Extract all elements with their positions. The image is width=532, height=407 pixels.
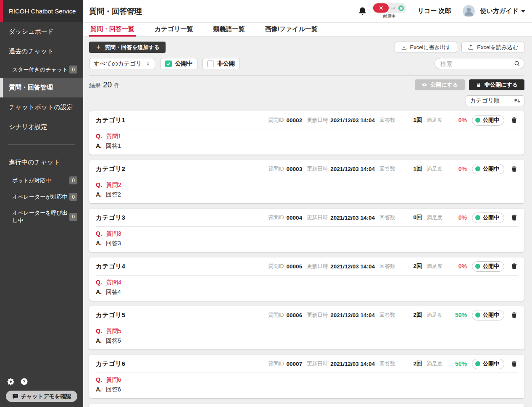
avatar[interactable]: [463, 5, 475, 17]
qa-card[interactable]: カテゴリ6 質問ID 00007 更新日時 2021/12/03 14:04 回…: [89, 355, 524, 398]
plus-icon: ＋: [95, 43, 102, 52]
chat-demo-button[interactable]: チャットデモを確認: [6, 391, 77, 402]
tab-image-file-list[interactable]: 画像/ファイル一覧: [263, 23, 319, 37]
sort-select[interactable]: カテゴリ順: [466, 95, 524, 106]
qa-card[interactable]: カテゴリ3 質問ID 00004 更新日時 2021/12/03 14:04 回…: [89, 209, 524, 252]
sidebar-section-ongoing-chats: 進行中のチャット: [0, 152, 83, 172]
gear-icon[interactable]: [7, 378, 15, 386]
question-row: Q. 質問1: [96, 133, 518, 140]
satisfaction-label: 満足度: [427, 312, 443, 319]
answer-count-label: 回答数: [379, 312, 395, 319]
divider: [96, 178, 518, 178]
satisfaction-value: 0%: [445, 165, 467, 172]
tab-qa-list[interactable]: 質問・回答一覧: [89, 23, 136, 37]
question-id-value: 00003: [287, 166, 303, 172]
answer-count-label: 回答数: [379, 360, 395, 368]
status-dot-icon: [475, 361, 480, 366]
answer-text: 回答6: [106, 386, 121, 393]
unpublish-button[interactable]: 非公開にする: [469, 79, 524, 90]
answer-count-value: 0回: [398, 214, 422, 221]
add-qa-button[interactable]: ＋ 質問・回答を追加する: [89, 42, 166, 53]
updated-label: 更新日時: [307, 214, 328, 221]
filter-public-checkbox[interactable]: 公開中: [160, 58, 198, 69]
trash-icon[interactable]: [511, 116, 518, 124]
a-prefix: A.: [96, 240, 102, 247]
updated-value: 2021/12/03 14:04: [330, 166, 375, 172]
excel-export-button[interactable]: Excelに書き出す: [395, 42, 458, 53]
result-unit: 件: [114, 82, 120, 89]
satisfaction-label: 満足度: [427, 360, 443, 368]
sidebar-item-dashboard[interactable]: ダッシュボード: [0, 22, 83, 42]
category-filter-select[interactable]: すべてのカテゴリ: [89, 58, 155, 69]
answer-count-value: 1回: [398, 116, 422, 124]
qa-card[interactable]: カテゴリ2 質問ID 00003 更新日時 2021/12/03 14:04 回…: [89, 160, 524, 203]
category-name: カテゴリ6: [96, 360, 125, 368]
updated-value: 2021/12/03 14:04: [330, 361, 375, 367]
status-label: 離席中: [383, 13, 396, 19]
filter-private-checkbox[interactable]: 非公開: [202, 58, 240, 69]
question-text: 質問6: [106, 376, 121, 383]
trash-icon[interactable]: [511, 214, 518, 221]
answer-count-label: 回答数: [379, 165, 395, 173]
usage-guide-menu[interactable]: 使い方ガイド: [480, 7, 525, 15]
updown-arrows-icon: [145, 61, 150, 66]
notification-bell-icon[interactable]: [358, 6, 367, 16]
sidebar-item-scenario-settings[interactable]: シナリオ設定: [0, 117, 83, 137]
trash-icon[interactable]: [511, 311, 518, 319]
answer-text: 回答1: [106, 142, 121, 149]
sidebar-item-label: 質問・回答管理: [9, 84, 53, 92]
presence-toggle[interactable]: 離席中: [373, 3, 406, 19]
sidebar-item-past-chats[interactable]: 過去のチャット: [0, 42, 83, 61]
qa-card[interactable]: カテゴリ5 質問ID 00006 更新日時 2021/12/03 14:04 回…: [89, 306, 524, 349]
status-badge-label: 公開中: [483, 116, 499, 124]
answer-count-label: 回答数: [379, 263, 395, 270]
answer-count-value: 2回: [398, 360, 422, 368]
user-name[interactable]: リコー 次郎: [418, 7, 451, 15]
divider: [96, 226, 518, 227]
qa-list: カテゴリ1 質問ID 00002 更新日時 2021/12/03 14:04 回…: [89, 111, 524, 407]
answer-text: 回答3: [106, 240, 121, 247]
answer-row: A. 回答6: [96, 386, 518, 394]
download-icon: [401, 44, 407, 50]
answer-text: 回答5: [106, 337, 121, 344]
updated-label: 更新日時: [307, 165, 328, 173]
excel-import-button[interactable]: Excelを読み込む: [461, 42, 524, 53]
help-icon[interactable]: ?: [20, 378, 28, 386]
qa-card-meta: 質問ID 00006 更新日時 2021/12/03 14:04 回答数 2回 …: [268, 310, 518, 320]
sidebar-item-operator-calling[interactable]: オペレーターを呼び出し中 0: [0, 205, 83, 228]
qa-card[interactable]: カテゴリ4 質問ID 00005 更新日時 2021/12/03 14:04 回…: [89, 257, 524, 301]
sidebar-item-qa-management[interactable]: 質問・回答管理: [0, 78, 83, 97]
sidebar-item-starred-chats[interactable]: スター付きのチャット 0: [0, 61, 83, 78]
q-prefix: Q.: [96, 133, 102, 139]
qa-card-meta: 質問ID 00004 更新日時 2021/12/03 14:04 回答数 0回 …: [268, 213, 518, 223]
category-name: カテゴリ1: [96, 116, 125, 124]
sidebar-item-label: 過去のチャット: [9, 47, 54, 55]
sidebar-item-label: オペレーターを呼び出し中: [12, 209, 69, 224]
trash-icon[interactable]: [511, 360, 518, 368]
status-badge-label: 公開中: [483, 263, 499, 270]
search-input[interactable]: [435, 58, 524, 69]
tab-category-list[interactable]: カテゴリ一覧: [153, 23, 194, 37]
question-id-label: 質問ID: [268, 117, 284, 124]
sidebar-item-chatbot-settings[interactable]: チャットボットの設定: [0, 97, 83, 117]
search-icon[interactable]: [514, 60, 521, 67]
divider: [457, 5, 457, 18]
qa-card-header: カテゴリ1 質問ID 00002 更新日時 2021/12/03 14:04 回…: [96, 111, 518, 129]
question-id-value: 00004: [287, 215, 303, 221]
sidebar-item-operator-handling[interactable]: オペレーターが対応中 0: [0, 189, 83, 205]
divider: [412, 5, 412, 18]
status-online-icon: [398, 5, 403, 11]
answer-count-label: 回答数: [379, 117, 395, 124]
qa-card[interactable]: カテゴリ1 質問ID 00002 更新日時 2021/12/03 14:04 回…: [89, 111, 524, 155]
a-prefix: A.: [96, 386, 102, 393]
sidebar-item-bot-handling[interactable]: ボットが対応中 0: [0, 172, 83, 189]
answer-text: 回答2: [106, 191, 121, 198]
tab-synonym-list[interactable]: 類義語一覧: [212, 23, 246, 37]
publish-button[interactable]: 公開にする: [415, 79, 465, 90]
sidebar-item-label: シナリオ設定: [9, 123, 47, 131]
question-text: 質問5: [106, 328, 121, 334]
sidebar-item-label: スター付きのチャット: [12, 66, 68, 74]
trash-icon[interactable]: [511, 263, 518, 270]
satisfaction-label: 満足度: [427, 165, 443, 173]
trash-icon[interactable]: [511, 165, 518, 173]
